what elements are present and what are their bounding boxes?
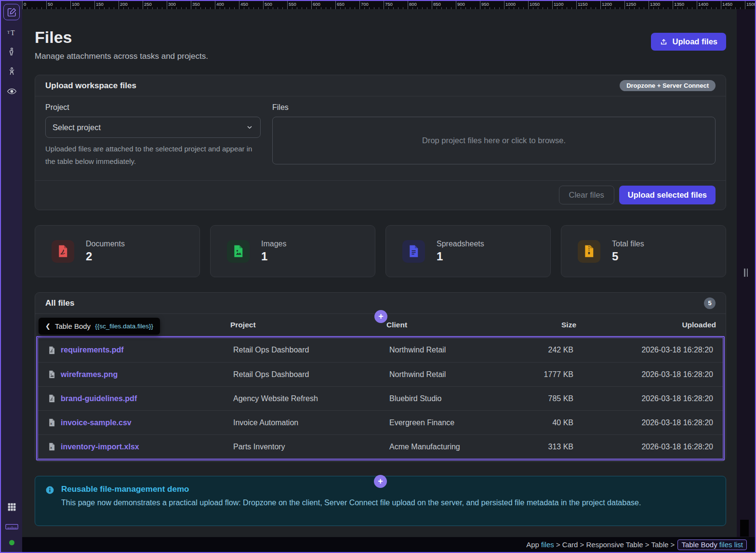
breadcrumb-item[interactable]: Responsive Table [586,540,643,549]
canvas: Files Manage attachments across tasks an… [22,9,737,537]
selection-tooltip: ❮ Table Body {{sc_files.data.files}} [39,318,160,335]
upload-icon [660,38,668,46]
insert-element-button[interactable]: + [374,310,387,323]
archive-file-icon [578,240,600,263]
cell-client: Bluebird Studio [389,394,506,403]
edit-icon [7,7,17,17]
breadcrumb-separator: > [643,540,651,549]
sidebar-tool-ruler-tool[interactable] [3,518,20,535]
accessibility-icon [7,67,17,77]
sidebar-tool-accessibility[interactable] [3,63,20,80]
stats-row: Documents2Images1Spreadsheets1Total file… [35,225,726,277]
panel-resize-handle-icon[interactable] [744,269,748,277]
breadcrumb-item[interactable]: Card [562,540,578,549]
breadcrumb-item[interactable]: Table [651,540,668,549]
breadcrumb-item[interactable]: Table Body files list [677,540,747,550]
ruler: 0501001502002503003504004505005506006507… [22,1,755,9]
cell-project: Retail Ops Dashboard [233,346,389,354]
svg-text:T: T [7,30,10,35]
sidebar-tool-grid[interactable] [3,499,20,515]
breadcrumb-separator: > [668,540,676,549]
upload-card-title: Upload workspace files [45,81,136,91]
file-link[interactable]: wireframes.png [61,370,118,379]
status-dot-icon [9,540,14,545]
cell-size: 40 KB [506,418,573,427]
cell-project: Retail Ops Dashboard [233,370,389,379]
project-select[interactable]: Select project [45,117,261,138]
sidebar-tool-eye[interactable] [3,83,20,99]
file-link[interactable]: inventory-import.xlsx [61,443,139,451]
cell-size: 242 KB [506,346,573,354]
table-body-selection-outline: requirements.pdfRetail Ops DashboardNort… [36,336,725,460]
breadcrumb: App files > Card > Responsive Table > Ta… [526,540,747,549]
file-link[interactable]: requirements.pdf [61,346,124,354]
files-table-body: requirements.pdfRetail Ops DashboardNort… [38,337,723,459]
cell-size: 1777 KB [506,370,573,379]
cell-uploaded: 2026-03-18 16:28:20 [573,346,713,354]
cell-uploaded: 2026-03-18 16:28:20 [573,443,713,451]
breadcrumb-item[interactable]: App files [526,540,554,549]
stat-card: Total files5 [561,225,726,277]
column-project: Project [230,321,386,329]
sidebar-tool-edit[interactable] [3,4,20,20]
cell-project: Parts Inventory [233,443,389,451]
stat-value: 5 [612,250,644,263]
status-bar: App files > Card > Responsive Table > Ta… [22,537,755,552]
image-file-icon [227,240,250,263]
table-row[interactable]: brand-guidelines.pdfAgency Website Refre… [38,386,723,410]
cell-size: 313 KB [506,443,573,451]
selection-tooltip-expression: {{sc_files.data.files}} [95,323,153,330]
stat-card: Documents2 [35,225,200,277]
page-title: Files [35,27,208,48]
spreadsheet-file-icon [402,240,425,263]
cell-project: Invoice Automation [233,418,389,427]
cell-uploaded: 2026-03-18 16:28:20 [573,370,713,379]
all-files-card: All files 5 Project Client Size Uploaded… [35,292,726,462]
table-row[interactable]: xinvoice-sample.csvInvoice AutomationEve… [38,410,723,434]
svg-text:x: x [50,422,52,425]
app-window: TT 0501001502002503003504004505005506006… [0,0,756,553]
ruler-tool-icon [5,523,18,530]
right-panel-strip [737,9,755,537]
chevron-left-icon[interactable]: ❮ [45,323,51,330]
insert-element-button[interactable]: + [374,475,387,488]
sidebar-tool-typography[interactable]: TT [3,24,20,40]
scrollbar-thumb[interactable] [740,520,749,537]
file-dropzone[interactable]: Drop project files here or click to brow… [272,117,716,164]
cell-uploaded: 2026-03-18 16:28:20 [573,418,713,427]
column-size: Size [509,321,576,329]
pdf-file-icon [52,240,74,263]
table-row[interactable]: xinventory-import.xlsxParts InventoryAcm… [38,434,723,459]
table-row[interactable]: requirements.pdfRetail Ops DashboardNort… [38,338,723,362]
svg-text:T: T [10,29,14,36]
breadcrumb-separator: > [578,540,586,549]
chevron-down-icon [246,123,253,131]
all-files-title: All files [45,298,74,308]
project-help-text: Uploaded files are attached to the selec… [45,143,261,168]
sidebar-tool-user-info[interactable] [3,43,20,60]
user-info-icon [7,47,17,57]
info-icon [45,486,54,517]
upload-selected-files-button[interactable]: Upload selected files [619,186,716,204]
file-link[interactable]: invoice-sample.csv [61,418,132,427]
files-label: Files [272,103,716,112]
cell-size: 785 KB [506,394,573,403]
upload-files-button[interactable]: Upload files [651,33,726,51]
eye-icon [7,86,17,96]
breadcrumb-separator: > [554,540,562,549]
project-label: Project [45,103,261,112]
page-subtitle: Manage attachments across tasks and proj… [35,51,208,62]
column-uploaded: Uploaded [576,321,716,329]
dropzone-server-connect-badge: Dropzone + Server Connect [620,80,716,91]
typography-icon: TT [7,27,17,37]
selection-tooltip-label: Table Body [55,322,91,330]
alert-title: Reusable file-management demo [61,485,641,494]
table-row[interactable]: wireframes.pngRetail Ops DashboardNorthw… [38,362,723,386]
stat-label: Documents [86,240,125,248]
project-select-value: Select project [53,123,101,132]
clear-files-button[interactable]: Clear files [559,186,614,204]
file-link[interactable]: brand-guidelines.pdf [61,394,137,403]
file-sheet-icon: x [48,418,56,427]
file-pdf-icon [48,394,56,403]
sidebar: TT [1,1,22,552]
